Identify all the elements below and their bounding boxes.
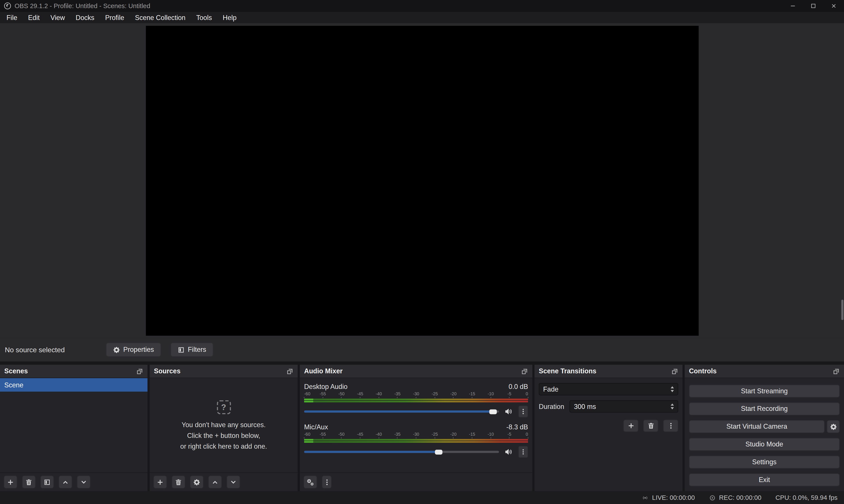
add-scene-button[interactable] xyxy=(4,475,17,488)
exit-button[interactable]: Exit xyxy=(689,473,840,486)
transition-select[interactable]: Fade xyxy=(539,383,678,395)
filter-icon xyxy=(43,479,51,486)
mixer-menu-button[interactable] xyxy=(322,475,332,488)
popout-icon[interactable] xyxy=(833,367,840,375)
scrollbar-thumb[interactable] xyxy=(841,300,844,320)
dots-vertical-icon xyxy=(667,422,674,429)
menu-item-scene-collection[interactable]: Scene Collection xyxy=(130,13,191,22)
chevron-down-icon xyxy=(80,479,87,486)
slider-handle[interactable] xyxy=(489,409,497,414)
virtual-camera-settings-button[interactable] xyxy=(827,420,840,433)
menu-item-tools[interactable]: Tools xyxy=(191,13,217,22)
gear-icon xyxy=(830,423,837,430)
menu-item-docks[interactable]: Docks xyxy=(70,13,100,22)
close-button[interactable] xyxy=(824,0,844,12)
duration-spinbox[interactable]: 300 ms xyxy=(569,400,678,413)
scenes-list: Scene xyxy=(0,378,147,472)
move-scene-up-button[interactable] xyxy=(59,475,72,488)
maximize-button[interactable] xyxy=(803,0,824,12)
combo-arrows-icon[interactable] xyxy=(668,386,674,392)
volume-slider[interactable] xyxy=(304,448,499,456)
remove-source-button[interactable] xyxy=(172,475,185,488)
cpu-fps-text: CPU: 0.0%, 59.94 fps xyxy=(775,494,838,501)
audio-mixer-header: Audio Mixer xyxy=(300,365,532,378)
meter-scale: -60-55-50-45-40-35-30-25-20-15-10-50 xyxy=(304,392,528,398)
menu-item-help[interactable]: Help xyxy=(217,13,242,22)
mute-button[interactable] xyxy=(504,408,513,415)
popout-icon[interactable] xyxy=(286,367,293,375)
source-properties-button[interactable] xyxy=(190,475,204,488)
settings-button[interactable]: Settings xyxy=(689,456,840,469)
remove-transition-button[interactable] xyxy=(643,420,658,432)
slider-handle[interactable] xyxy=(435,450,442,455)
dots-vertical-icon xyxy=(323,479,330,486)
dots-vertical-icon xyxy=(520,408,526,415)
channel-menu-button[interactable] xyxy=(518,446,528,458)
start-streaming-button[interactable]: Start Streaming xyxy=(689,384,840,397)
controls-header: Controls xyxy=(685,365,844,378)
mixer-toolbar xyxy=(300,472,532,491)
popout-icon[interactable] xyxy=(136,367,143,375)
filter-icon xyxy=(178,346,184,353)
mute-button[interactable] xyxy=(504,448,513,456)
transitions-title: Scene Transitions xyxy=(539,367,596,375)
popout-icon[interactable] xyxy=(521,367,528,375)
duration-value: 300 ms xyxy=(574,403,596,410)
studio-mode-button[interactable]: Studio Mode xyxy=(689,438,840,451)
rec-time: REC: 00:00:00 xyxy=(719,494,761,501)
start-virtual-camera-button[interactable]: Start Virtual Camera xyxy=(689,420,824,433)
scene-list-item[interactable]: Scene xyxy=(0,378,147,392)
advanced-audio-button[interactable] xyxy=(304,475,317,488)
empty-hint-line: or right click here to add one. xyxy=(180,442,267,450)
scenes-panel-header: Scenes xyxy=(0,365,147,378)
filters-button[interactable]: Filters xyxy=(171,343,213,357)
sources-list[interactable]: ? You don't have any sources. Click the … xyxy=(150,378,298,472)
properties-label: Properties xyxy=(123,346,154,353)
transitions-header: Scene Transitions xyxy=(534,365,683,378)
add-transition-button[interactable] xyxy=(623,420,638,432)
start-recording-button[interactable]: Start Recording xyxy=(689,402,840,415)
mixer-channel-desktop-audio: Desktop Audio 0.0 dB -60-55-50-45-40-35-… xyxy=(304,382,528,417)
popout-icon[interactable] xyxy=(671,367,678,375)
remove-scene-button[interactable] xyxy=(22,475,35,488)
spinner-arrows-icon[interactable] xyxy=(668,403,674,409)
audio-mixer-panel: Audio Mixer Desktop Audio 0.0 dB -60-55-… xyxy=(300,365,532,491)
menu-item-profile[interactable]: Profile xyxy=(100,13,130,22)
channel-db-value: -8.3 dB xyxy=(506,423,528,431)
preview-canvas[interactable] xyxy=(146,25,699,335)
menu-item-edit[interactable]: Edit xyxy=(23,13,45,22)
menu-item-view[interactable]: View xyxy=(45,13,70,22)
properties-button[interactable]: Properties xyxy=(106,343,161,357)
duration-label: Duration xyxy=(539,403,564,410)
scene-filters-button[interactable] xyxy=(40,475,54,488)
scenes-panel: Scenes Scene xyxy=(0,365,147,491)
move-source-up-button[interactable] xyxy=(208,475,222,488)
mixer-channel-mic-aux: Mic/Aux -8.3 dB -60-55-50-45-40-35-30-25… xyxy=(304,422,528,458)
transition-properties-button[interactable] xyxy=(663,420,678,432)
plus-icon xyxy=(157,479,164,486)
move-source-down-button[interactable] xyxy=(227,475,240,488)
volume-meter xyxy=(304,399,528,402)
channel-menu-button[interactable] xyxy=(518,406,528,417)
scene-transitions-panel: Scene Transitions Fade Duration 300 ms xyxy=(534,365,683,491)
minimize-button[interactable] xyxy=(783,0,803,12)
volume-meter xyxy=(304,439,528,443)
dock-area: Scenes Scene Sources xyxy=(0,361,844,491)
channel-name: Mic/Aux xyxy=(304,423,328,431)
scenes-panel-title: Scenes xyxy=(4,367,28,375)
volume-slider[interactable] xyxy=(304,408,499,415)
scenes-toolbar xyxy=(0,472,147,491)
sources-empty-state: ? You don't have any sources. Click the … xyxy=(150,378,298,472)
controls-title: Controls xyxy=(689,367,717,375)
transitions-body: Fade Duration 300 ms xyxy=(534,378,683,491)
question-icon: ? xyxy=(217,400,231,414)
menu-item-file[interactable]: File xyxy=(1,13,23,22)
gear-icon xyxy=(113,346,120,353)
controls-panel: Controls Start Streaming Start Recording… xyxy=(685,365,844,491)
sources-panel-header: Sources xyxy=(150,365,298,378)
move-scene-down-button[interactable] xyxy=(77,475,90,488)
empty-hint-line: Click the + button below, xyxy=(187,431,260,440)
sources-panel: Sources ? You don't have any sources. Cl… xyxy=(150,365,298,491)
add-source-button[interactable] xyxy=(153,475,167,488)
scene-name: Scene xyxy=(4,381,23,389)
